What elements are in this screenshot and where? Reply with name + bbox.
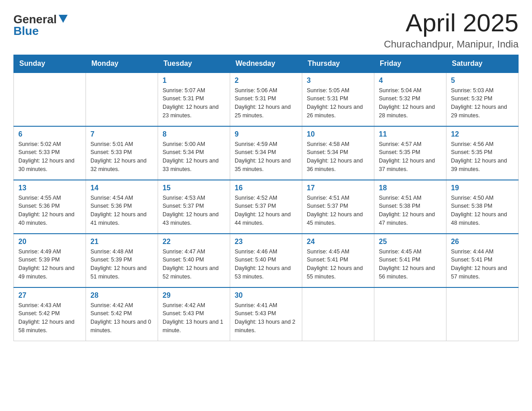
day-info: Sunrise: 4:45 AMSunset: 5:41 PMDaylight:… <box>379 248 442 281</box>
calendar-cell: 18Sunrise: 4:51 AMSunset: 5:38 PMDayligh… <box>374 180 446 234</box>
day-info: Sunrise: 4:47 AMSunset: 5:40 PMDaylight:… <box>163 248 225 281</box>
day-number: 1 <box>163 77 225 85</box>
day-info: Sunrise: 4:56 AMSunset: 5:35 PMDaylight:… <box>451 140 514 174</box>
main-title: April 2025 <box>384 9 519 37</box>
day-info: Sunrise: 5:00 AMSunset: 5:34 PMDaylight:… <box>163 140 225 174</box>
day-info: Sunrise: 5:04 AMSunset: 5:32 PMDaylight:… <box>379 86 442 120</box>
calendar-week-row-4: 20Sunrise: 4:49 AMSunset: 5:39 PMDayligh… <box>14 234 519 287</box>
calendar-header-thursday: Thursday <box>302 55 374 73</box>
day-number: 8 <box>163 130 225 138</box>
calendar-cell <box>302 287 374 341</box>
day-info: Sunrise: 4:46 AMSunset: 5:40 PMDaylight:… <box>235 248 297 281</box>
day-number: 3 <box>307 77 369 85</box>
day-number: 13 <box>18 184 81 192</box>
calendar-cell: 27Sunrise: 4:43 AMSunset: 5:42 PMDayligh… <box>14 287 86 341</box>
calendar-cell: 20Sunrise: 4:49 AMSunset: 5:39 PMDayligh… <box>14 234 86 287</box>
calendar-cell: 4Sunrise: 5:04 AMSunset: 5:32 PMDaylight… <box>374 73 446 126</box>
day-number: 6 <box>18 130 81 138</box>
day-info: Sunrise: 4:52 AMSunset: 5:37 PMDaylight:… <box>235 194 297 227</box>
calendar-cell <box>374 287 446 341</box>
calendar-cell: 24Sunrise: 4:45 AMSunset: 5:41 PMDayligh… <box>302 234 374 287</box>
subtitle: Churachandpur, Manipur, India <box>384 39 519 50</box>
day-info: Sunrise: 4:48 AMSunset: 5:39 PMDaylight:… <box>90 248 153 281</box>
calendar-header-sunday: Sunday <box>14 55 86 73</box>
calendar-cell: 1Sunrise: 5:07 AMSunset: 5:31 PMDaylight… <box>158 73 230 126</box>
logo-blue-text: Blue <box>13 25 39 37</box>
calendar-cell: 17Sunrise: 4:51 AMSunset: 5:37 PMDayligh… <box>302 180 374 234</box>
day-info: Sunrise: 4:50 AMSunset: 5:38 PMDaylight:… <box>451 194 514 227</box>
day-number: 2 <box>235 77 297 85</box>
day-number: 26 <box>451 238 514 246</box>
day-number: 25 <box>379 238 442 246</box>
day-info: Sunrise: 4:49 AMSunset: 5:39 PMDaylight:… <box>18 248 81 281</box>
calendar-cell: 6Sunrise: 5:02 AMSunset: 5:33 PMDaylight… <box>14 126 86 180</box>
day-info: Sunrise: 5:07 AMSunset: 5:31 PMDaylight:… <box>163 86 225 120</box>
logo-general-text: General <box>13 13 57 25</box>
calendar-cell: 5Sunrise: 5:03 AMSunset: 5:32 PMDaylight… <box>446 73 519 126</box>
day-number: 11 <box>379 130 442 138</box>
day-info: Sunrise: 5:06 AMSunset: 5:31 PMDaylight:… <box>235 86 297 120</box>
day-info: Sunrise: 4:41 AMSunset: 5:43 PMDaylight:… <box>235 301 297 335</box>
calendar-cell: 13Sunrise: 4:55 AMSunset: 5:36 PMDayligh… <box>14 180 86 234</box>
day-info: Sunrise: 4:55 AMSunset: 5:36 PMDaylight:… <box>18 194 81 227</box>
day-number: 7 <box>90 130 153 138</box>
day-number: 20 <box>18 238 81 246</box>
day-number: 16 <box>235 184 297 192</box>
calendar-header-monday: Monday <box>86 55 158 73</box>
page-header: General Blue April 2025 Churachandpur, M… <box>13 9 519 50</box>
day-info: Sunrise: 4:51 AMSunset: 5:37 PMDaylight:… <box>307 194 369 227</box>
day-number: 9 <box>235 130 297 138</box>
calendar-cell: 21Sunrise: 4:48 AMSunset: 5:39 PMDayligh… <box>86 234 158 287</box>
day-info: Sunrise: 4:43 AMSunset: 5:42 PMDaylight:… <box>18 301 81 335</box>
title-section: April 2025 Churachandpur, Manipur, India <box>384 9 519 50</box>
calendar-cell <box>446 287 519 341</box>
day-number: 19 <box>451 184 514 192</box>
calendar-cell <box>86 73 158 126</box>
calendar-week-row-1: 1Sunrise: 5:07 AMSunset: 5:31 PMDaylight… <box>14 73 519 126</box>
day-info: Sunrise: 4:53 AMSunset: 5:37 PMDaylight:… <box>163 194 225 227</box>
day-info: Sunrise: 5:02 AMSunset: 5:33 PMDaylight:… <box>18 140 81 174</box>
calendar-cell: 25Sunrise: 4:45 AMSunset: 5:41 PMDayligh… <box>374 234 446 287</box>
calendar-cell: 2Sunrise: 5:06 AMSunset: 5:31 PMDaylight… <box>230 73 302 126</box>
calendar-cell: 8Sunrise: 5:00 AMSunset: 5:34 PMDaylight… <box>158 126 230 180</box>
calendar-header-wednesday: Wednesday <box>230 55 302 73</box>
calendar-cell: 19Sunrise: 4:50 AMSunset: 5:38 PMDayligh… <box>446 180 519 234</box>
day-info: Sunrise: 4:59 AMSunset: 5:34 PMDaylight:… <box>235 140 297 174</box>
calendar-cell: 11Sunrise: 4:57 AMSunset: 5:35 PMDayligh… <box>374 126 446 180</box>
day-number: 22 <box>163 238 225 246</box>
calendar-cell: 16Sunrise: 4:52 AMSunset: 5:37 PMDayligh… <box>230 180 302 234</box>
day-number: 24 <box>307 238 369 246</box>
calendar-cell: 23Sunrise: 4:46 AMSunset: 5:40 PMDayligh… <box>230 234 302 287</box>
calendar-cell: 14Sunrise: 4:54 AMSunset: 5:36 PMDayligh… <box>86 180 158 234</box>
day-number: 5 <box>451 77 514 85</box>
day-info: Sunrise: 5:05 AMSunset: 5:31 PMDaylight:… <box>307 86 369 120</box>
day-number: 14 <box>90 184 153 192</box>
calendar-cell: 22Sunrise: 4:47 AMSunset: 5:40 PMDayligh… <box>158 234 230 287</box>
calendar-week-row-3: 13Sunrise: 4:55 AMSunset: 5:36 PMDayligh… <box>14 180 519 234</box>
calendar-header-tuesday: Tuesday <box>158 55 230 73</box>
day-number: 4 <box>379 77 442 85</box>
day-info: Sunrise: 4:54 AMSunset: 5:36 PMDaylight:… <box>90 194 153 227</box>
calendar-header-friday: Friday <box>374 55 446 73</box>
calendar-week-row-5: 27Sunrise: 4:43 AMSunset: 5:42 PMDayligh… <box>14 287 519 341</box>
day-info: Sunrise: 5:01 AMSunset: 5:33 PMDaylight:… <box>90 140 153 174</box>
calendar-cell: 9Sunrise: 4:59 AMSunset: 5:34 PMDaylight… <box>230 126 302 180</box>
day-number: 10 <box>307 130 369 138</box>
calendar-cell: 3Sunrise: 5:05 AMSunset: 5:31 PMDaylight… <box>302 73 374 126</box>
calendar-cell <box>14 73 86 126</box>
calendar-cell: 10Sunrise: 4:58 AMSunset: 5:34 PMDayligh… <box>302 126 374 180</box>
calendar-cell: 30Sunrise: 4:41 AMSunset: 5:43 PMDayligh… <box>230 287 302 341</box>
day-number: 18 <box>379 184 442 192</box>
day-info: Sunrise: 4:58 AMSunset: 5:34 PMDaylight:… <box>307 140 369 174</box>
day-number: 12 <box>451 130 514 138</box>
logo-triangle-icon <box>59 15 68 23</box>
calendar-cell: 28Sunrise: 4:42 AMSunset: 5:42 PMDayligh… <box>86 287 158 341</box>
day-info: Sunrise: 5:03 AMSunset: 5:32 PMDaylight:… <box>451 86 514 120</box>
day-number: 27 <box>18 291 81 300</box>
day-number: 23 <box>235 238 297 246</box>
day-number: 30 <box>235 291 297 300</box>
day-info: Sunrise: 4:45 AMSunset: 5:41 PMDaylight:… <box>307 248 369 281</box>
calendar-cell: 15Sunrise: 4:53 AMSunset: 5:37 PMDayligh… <box>158 180 230 234</box>
day-number: 15 <box>163 184 225 192</box>
day-number: 29 <box>163 291 225 300</box>
